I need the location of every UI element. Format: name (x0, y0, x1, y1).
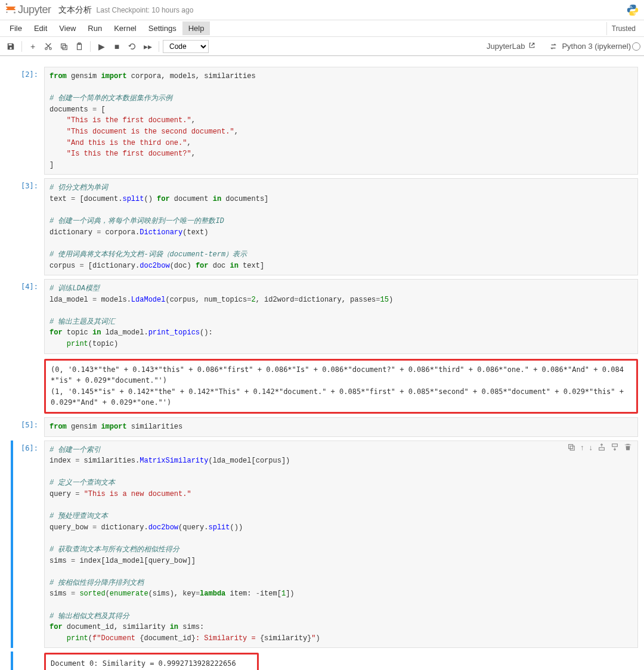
code-editor[interactable]: # 训练LDA模型 lda_model = models.LdaModel(co… (44, 279, 638, 354)
cell-toolbar: ↑↓ (567, 443, 632, 453)
cell-type-select[interactable]: Code (163, 40, 209, 53)
copy-button[interactable] (57, 39, 71, 54)
move-down-icon[interactable]: ↓ (589, 443, 593, 453)
external-link-icon (528, 42, 535, 51)
svg-point-3 (45, 47, 48, 49)
restart-run-all-button[interactable]: ▸▸ (141, 39, 155, 54)
code-editor[interactable]: # 切分文档为单词 text = [document.split() for d… (44, 178, 638, 275)
output-cell: Document 0: Similarity = 0.9992713928222… (6, 652, 638, 670)
notebook-area: [2]:from gensim import corpora, models, … (0, 56, 644, 670)
svg-rect-12 (612, 443, 618, 446)
insert-below-icon[interactable] (611, 443, 619, 453)
execution-count: [4]: (6, 279, 44, 354)
code-editor[interactable]: from gensim import similarities (44, 417, 638, 437)
svg-rect-10 (570, 446, 574, 450)
menu-help[interactable]: Help (182, 21, 210, 35)
top-bar: Jupyter 文本分析 Last Checkpoint: 10 hours a… (0, 0, 644, 20)
save-button[interactable] (4, 39, 18, 54)
python-logo-icon (626, 4, 639, 17)
execution-count: [6]: (6, 441, 44, 649)
document-title[interactable]: 文本分析 (58, 5, 92, 15)
paste-button[interactable] (72, 39, 86, 54)
open-jupyterlab-link[interactable]: JupyterLab (487, 42, 535, 51)
output-cell: (0, '0.143*"the" + 0.143*"this" + 0.086*… (6, 358, 638, 414)
kernel-name[interactable]: Python 3 (ipykernel) (562, 42, 631, 51)
duplicate-icon[interactable] (567, 443, 575, 453)
kernel-switch-icon[interactable] (546, 39, 561, 54)
svg-point-0 (6, 4, 8, 5)
jupyter-logo[interactable]: Jupyter (5, 2, 51, 17)
checkpoint-text: Last Checkpoint: 10 hours ago (97, 6, 194, 14)
execution-count: [2]: (6, 67, 44, 175)
code-cell[interactable]: [2]:from gensim import corpora, models, … (6, 67, 638, 175)
cell-output: (0, '0.143*"the" + 0.143*"this" + 0.086*… (44, 359, 638, 414)
menu-file[interactable]: File (4, 21, 28, 35)
cell-output: Document 0: Similarity = 0.9992713928222… (44, 653, 259, 670)
menu-view[interactable]: View (53, 21, 82, 35)
svg-rect-11 (599, 448, 605, 450)
execution-count: [5]: (6, 417, 44, 437)
move-up-icon[interactable]: ↑ (580, 443, 584, 453)
delete-icon[interactable] (624, 443, 632, 453)
restart-button[interactable] (125, 39, 140, 54)
svg-point-2 (6, 11, 7, 13)
execution-count: [3]: (6, 178, 44, 275)
kernel-status-icon[interactable] (632, 42, 640, 51)
menu-bar: FileEditViewRunKernelSettingsHelp Truste… (0, 20, 644, 37)
menu-settings[interactable]: Settings (143, 21, 182, 35)
menu-edit[interactable]: Edit (28, 21, 53, 35)
code-cell[interactable]: [5]:from gensim import similarities (6, 417, 638, 437)
svg-point-1 (14, 11, 16, 13)
toolbar: + ▶ ■ ▸▸ Code JupyterLab Python 3 (ipyke… (0, 37, 644, 56)
code-cell[interactable]: [3]:# 切分文档为单词 text = [document.split() f… (6, 178, 638, 275)
jupyter-logo-icon (5, 2, 17, 17)
code-cell[interactable]: [6]:↑↓# 创建一个索引 index = similarities.Matr… (6, 441, 638, 649)
code-cell[interactable]: [4]:# 训练LDA模型 lda_model = models.LdaMode… (6, 279, 638, 354)
code-editor[interactable]: from gensim import corpora, models, simi… (44, 67, 638, 175)
interrupt-button[interactable]: ■ (110, 39, 124, 54)
menu-run[interactable]: Run (82, 21, 108, 35)
jupyter-logo-text: Jupyter (18, 4, 51, 16)
insert-cell-button[interactable]: + (26, 39, 40, 54)
svg-rect-5 (61, 44, 66, 48)
svg-point-4 (49, 47, 52, 49)
insert-above-icon[interactable] (597, 443, 606, 453)
code-editor[interactable]: # 创建一个索引 index = similarities.MatrixSimi… (44, 441, 638, 649)
trusted-indicator[interactable]: Trusted (606, 22, 640, 35)
svg-rect-6 (63, 45, 67, 49)
run-button[interactable]: ▶ (94, 39, 109, 54)
svg-rect-9 (569, 444, 573, 448)
cut-button[interactable] (41, 39, 55, 54)
menu-kernel[interactable]: Kernel (108, 21, 143, 35)
